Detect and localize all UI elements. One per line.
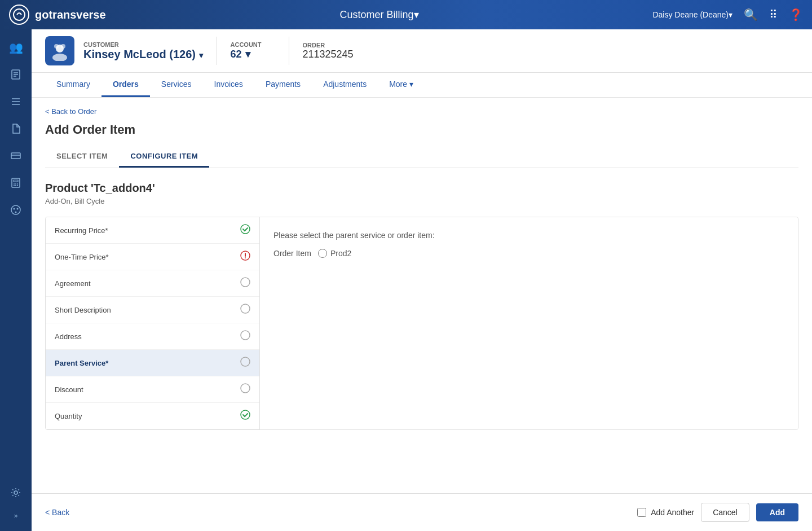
config-item-discount-label: Discount xyxy=(55,385,83,394)
tab-services[interactable]: Services xyxy=(150,73,203,97)
back-to-order-link[interactable]: < Back to Order xyxy=(45,107,96,116)
add-another-label: Add Another xyxy=(651,508,694,517)
circle-icon-parent-service xyxy=(240,357,250,369)
add-button[interactable]: Add xyxy=(756,503,798,521)
config-item-quantity[interactable]: Quantity xyxy=(46,403,259,429)
error-icon-onetime xyxy=(240,251,250,263)
step-tab-select[interactable]: SELECT ITEM xyxy=(45,146,119,168)
config-item-parent-service[interactable]: Parent Service* xyxy=(46,350,259,376)
svg-point-13 xyxy=(15,183,16,185)
svg-point-30 xyxy=(245,257,246,258)
logo-text: gotransverse xyxy=(35,8,106,21)
page-footer: < Back Add Another Cancel Add xyxy=(32,493,812,531)
back-button[interactable]: < Back xyxy=(45,508,69,517)
configure-layout: Recurring Price* One-Time Price* xyxy=(45,217,798,430)
circle-icon-address xyxy=(240,330,250,343)
circle-icon-short-desc xyxy=(240,304,250,316)
config-panel: Please select the parent service or orde… xyxy=(260,217,798,429)
config-item-onetime-price[interactable]: One-Time Price* xyxy=(46,244,259,270)
top-nav-right: Daisy Deane (Deane)▾ 🔍 ⠿ ❓ xyxy=(652,8,803,21)
page-content: < Back to Order Add Order Item SELECT IT… xyxy=(32,98,812,493)
add-another-checkbox[interactable] xyxy=(637,508,646,517)
svg-point-16 xyxy=(15,185,16,186)
customer-name[interactable]: Kinsey McLeod (126) ▾ xyxy=(83,48,203,61)
config-sidebar: Recurring Price* One-Time Price* xyxy=(46,217,260,429)
svg-point-31 xyxy=(241,278,250,287)
logo-area[interactable]: gotransverse xyxy=(9,5,106,25)
config-item-agreement[interactable]: Agreement xyxy=(46,270,259,297)
sidebar-item-users[interactable]: 👥 xyxy=(3,35,28,60)
svg-point-18 xyxy=(11,205,20,214)
parent-service-options: Order Item Prod2 xyxy=(273,249,784,258)
sidebar-item-settings[interactable] xyxy=(3,480,28,505)
sidebar-item-documents[interactable] xyxy=(3,62,28,87)
circle-icon-discount xyxy=(240,383,250,396)
config-item-short-desc-label: Short Description xyxy=(55,306,111,314)
customer-label: CUSTOMER xyxy=(83,41,203,48)
order-info: ORDER 211325245 xyxy=(303,42,354,60)
config-item-discount[interactable]: Discount xyxy=(46,376,259,403)
svg-point-22 xyxy=(14,491,17,494)
sidebar: 👥 xyxy=(0,29,32,531)
search-icon[interactable]: 🔍 xyxy=(744,8,758,21)
svg-point-32 xyxy=(241,304,250,313)
svg-point-26 xyxy=(61,44,65,49)
check-icon-quantity xyxy=(240,410,250,422)
order-item-label: Order Item xyxy=(273,249,311,258)
svg-point-35 xyxy=(241,384,250,393)
config-item-address[interactable]: Address xyxy=(46,323,259,350)
sidebar-item-palette[interactable] xyxy=(3,198,28,222)
account-number[interactable]: 62 ▾ xyxy=(231,48,262,60)
account-label: ACCOUNT xyxy=(231,41,262,48)
config-item-recurring-price[interactable]: Recurring Price* xyxy=(46,217,259,244)
config-item-parent-service-label: Parent Service* xyxy=(55,359,108,367)
main-layout: 👥 xyxy=(0,29,812,531)
tab-summary[interactable]: Summary xyxy=(45,73,102,97)
config-item-agreement-label: Agreement xyxy=(55,279,91,288)
help-icon[interactable]: ❓ xyxy=(789,8,803,21)
footer-left: < Back xyxy=(45,508,69,517)
radio-prod2[interactable] xyxy=(318,249,327,258)
app-title[interactable]: Customer Billing▾ xyxy=(106,8,653,21)
svg-point-36 xyxy=(241,410,250,419)
user-menu[interactable]: Daisy Deane (Deane)▾ xyxy=(652,10,732,19)
svg-point-0 xyxy=(14,9,25,20)
option-prod2[interactable]: Prod2 xyxy=(318,249,351,258)
step-tabs: SELECT ITEM CONFIGURE ITEM xyxy=(45,146,798,168)
product-subtitle: Add-On, Bill Cycle xyxy=(45,197,798,205)
order-number: 211325245 xyxy=(303,49,354,60)
customer-info: CUSTOMER Kinsey McLeod (126) ▾ xyxy=(83,41,203,61)
sidebar-item-file[interactable] xyxy=(3,116,28,141)
svg-point-27 xyxy=(241,225,250,234)
product-title: Product 'Tc_addon4' xyxy=(45,182,798,195)
sidebar-item-calculator[interactable] xyxy=(3,170,28,195)
customer-header: CUSTOMER Kinsey McLeod (126) ▾ ACCOUNT 6… xyxy=(32,29,812,73)
main-tabs: Summary Orders Services Invoices Payment… xyxy=(32,73,812,98)
svg-rect-11 xyxy=(14,180,18,182)
sidebar-expand[interactable]: » xyxy=(10,507,23,524)
config-item-recurring-label: Recurring Price* xyxy=(55,226,108,235)
step-tab-configure[interactable]: CONFIGURE ITEM xyxy=(119,146,209,168)
tab-payments[interactable]: Payments xyxy=(254,73,312,97)
order-divider xyxy=(289,37,289,65)
config-item-address-label: Address xyxy=(55,332,82,341)
sidebar-item-card[interactable] xyxy=(3,143,28,168)
option-prod2-label: Prod2 xyxy=(330,249,351,258)
tab-orders[interactable]: Orders xyxy=(102,73,150,97)
svg-point-20 xyxy=(17,208,19,210)
content-area: CUSTOMER Kinsey McLeod (126) ▾ ACCOUNT 6… xyxy=(32,29,812,531)
svg-point-24 xyxy=(52,54,67,61)
grid-icon[interactable]: ⠿ xyxy=(769,8,778,21)
svg-point-15 xyxy=(14,185,15,186)
tab-more[interactable]: More ▾ xyxy=(378,73,425,97)
cancel-button[interactable]: Cancel xyxy=(701,503,749,522)
tab-adjustments[interactable]: Adjustments xyxy=(312,73,378,97)
tab-invoices[interactable]: Invoices xyxy=(203,73,254,97)
sidebar-item-list[interactable] xyxy=(3,89,28,114)
customer-divider xyxy=(217,37,217,65)
svg-point-12 xyxy=(14,183,15,185)
svg-point-19 xyxy=(14,208,15,210)
config-item-onetime-label: One-Time Price* xyxy=(55,253,109,261)
config-item-short-description[interactable]: Short Description xyxy=(46,297,259,323)
sidebar-bottom: » xyxy=(3,480,28,524)
